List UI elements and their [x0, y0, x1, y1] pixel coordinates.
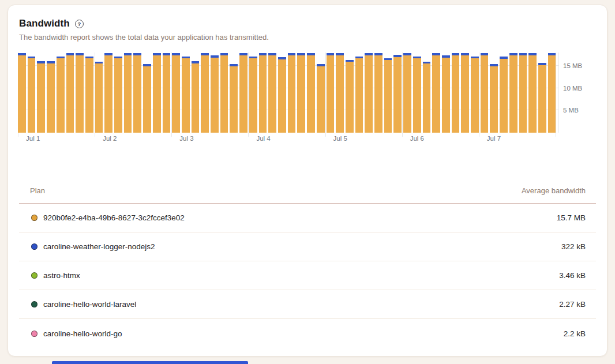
chart-bar[interactable] [47, 61, 55, 133]
plan-color-dot [31, 301, 38, 307]
chart-bar[interactable] [114, 57, 122, 133]
chart-bar[interactable] [37, 61, 45, 133]
chart-bar[interactable] [355, 57, 363, 133]
chart-bar[interactable] [133, 53, 141, 133]
chart-bar[interactable] [211, 55, 219, 133]
chart-bar[interactable] [163, 53, 171, 133]
x-axis-tick-label: Jul 6 [410, 135, 424, 142]
chart-bar[interactable] [57, 57, 65, 133]
bar-segment-orange [442, 58, 450, 133]
bar-segment-orange [403, 55, 411, 133]
card-header: Bandwidth ? The bandwidth report shows t… [8, 5, 607, 42]
table-header-row: Plan Average bandwidth [19, 185, 596, 204]
chart-bar[interactable] [452, 53, 460, 133]
y-axis-tick-gutter [556, 52, 559, 133]
bar-segment-orange [239, 55, 247, 133]
y-axis-tick-label: 10 MB [563, 85, 582, 92]
x-axis-tick-label: Jul 4 [256, 135, 270, 142]
bar-segment-orange [346, 62, 354, 133]
chart-bar[interactable] [346, 60, 354, 133]
column-header-plan: Plan [30, 186, 45, 195]
average-bandwidth-value: 15.7 MB [557, 213, 586, 222]
plan-color-dot [31, 331, 38, 337]
chart-bar[interactable] [249, 57, 257, 133]
bar-segment-orange [153, 55, 161, 133]
chart-bar[interactable] [365, 53, 373, 133]
bar-segment-orange [317, 66, 325, 133]
bar-segment-orange [327, 55, 335, 133]
chart-bar[interactable] [259, 53, 267, 133]
bandwidth-chart: 5 MB10 MB15 MB Jul 1Jul 2Jul 3Jul 4Jul 5… [18, 52, 598, 142]
bar-segment-orange [95, 63, 103, 133]
chart-bar[interactable] [124, 53, 132, 133]
chart-bar[interactable] [297, 53, 305, 133]
chart-bar[interactable] [18, 53, 26, 133]
chart-bar[interactable] [182, 57, 190, 133]
bar-segment-orange [278, 59, 286, 133]
chart-bar[interactable] [509, 53, 518, 133]
table-row: caroline-hello-world-go2.2 kB [19, 319, 596, 348]
chart-bar[interactable] [519, 53, 527, 133]
chart-bar[interactable] [538, 63, 546, 133]
bar-segment-orange [500, 59, 508, 133]
chart-bar[interactable] [327, 53, 335, 133]
bar-segment-orange [37, 63, 45, 133]
average-bandwidth-value: 322 kB [561, 242, 586, 251]
chart-bar[interactable] [384, 58, 392, 133]
chart-bar[interactable] [374, 53, 382, 133]
chart-bar[interactable] [490, 64, 498, 133]
chart-bar[interactable] [268, 53, 276, 133]
chart-bar[interactable] [172, 53, 180, 133]
chart-bar[interactable] [239, 53, 247, 133]
bar-segment-orange [124, 55, 132, 133]
plans-table: Plan Average bandwidth 920b0fe2-e4ba-49b… [19, 185, 596, 348]
chart-bar[interactable] [393, 55, 402, 133]
chart-bar[interactable] [76, 53, 84, 133]
bar-segment-orange [548, 55, 556, 133]
chart-bar[interactable] [336, 53, 344, 133]
chart-bar[interactable] [471, 57, 479, 133]
chart-bar[interactable] [192, 61, 200, 133]
chart-bar[interactable] [104, 53, 112, 133]
chart-bar[interactable] [481, 53, 489, 133]
bars-layer [18, 52, 556, 133]
bar-segment-orange [288, 55, 296, 133]
chart-bar[interactable] [85, 57, 93, 133]
x-axis-tick-label: Jul 2 [103, 135, 117, 142]
chart-bar[interactable] [423, 62, 431, 133]
chart-bar[interactable] [528, 53, 537, 133]
chart-bar[interactable] [548, 53, 556, 133]
chart-bar[interactable] [28, 57, 36, 133]
plan-color-dot [31, 215, 38, 221]
chart-bar[interactable] [153, 53, 161, 133]
bar-segment-orange [336, 55, 344, 133]
bar-segment-orange [384, 60, 392, 133]
bar-segment-orange [18, 55, 26, 133]
chart-bar[interactable] [220, 53, 228, 133]
column-header-average-bandwidth: Average bandwidth [522, 186, 586, 195]
chart-bar[interactable] [95, 62, 103, 133]
chart-bar[interactable] [278, 57, 286, 133]
chart-bar[interactable] [317, 64, 325, 133]
chart-plot-area [18, 52, 556, 133]
chart-bar[interactable] [143, 64, 151, 133]
chart-bar[interactable] [500, 57, 508, 133]
chart-bar[interactable] [432, 53, 440, 133]
bar-segment-orange [374, 55, 382, 133]
chart-bar[interactable] [66, 53, 74, 133]
bar-segment-orange [355, 58, 363, 133]
table-row: caroline-hello-world-laravel2.27 kB [19, 290, 596, 319]
chart-bar[interactable] [230, 64, 238, 133]
chart-bar[interactable] [461, 53, 469, 133]
chart-bar[interactable] [403, 53, 411, 133]
chart-bar[interactable] [201, 53, 209, 133]
bar-segment-orange [538, 65, 546, 133]
bar-segment-orange [307, 55, 315, 133]
chart-bar[interactable] [288, 53, 296, 133]
chart-bar[interactable] [307, 53, 315, 133]
chart-bar[interactable] [413, 57, 421, 133]
chart-bar[interactable] [442, 55, 450, 133]
help-icon[interactable]: ? [75, 20, 84, 28]
table-row: caroline-weather-logger-nodejs2322 kB [19, 232, 596, 261]
bar-segment-orange [452, 55, 460, 133]
